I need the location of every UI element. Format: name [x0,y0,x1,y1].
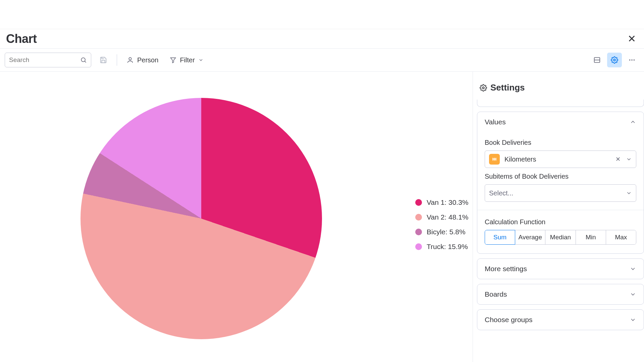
pie-chart [80,98,322,339]
values-head[interactable]: Values [477,112,644,132]
legend-label: Van 1: 30.3% [427,198,469,206]
calc-option-average[interactable]: Average [515,230,545,245]
legend-item[interactable]: Van 2: 48.1% [415,213,469,221]
svg-point-9 [634,59,635,61]
chevron-down-icon [198,57,204,63]
chevron-down-icon [630,265,636,272]
chevron-down-icon [630,316,636,323]
svg-point-8 [631,59,633,61]
legend-label: Bicyle: 5.8% [427,228,466,236]
more-button[interactable] [625,53,639,67]
calc-option-sum[interactable]: Sum [485,230,515,245]
chevron-up-icon [630,119,636,125]
settings-panel: Settings Values Book Deliveries Kilomete… [473,72,644,362]
svg-point-10 [482,87,484,89]
subitems-select[interactable]: Select... [485,184,636,202]
legend-swatch [415,229,422,235]
svg-point-0 [81,58,85,62]
clear-column-icon[interactable]: ✕ [615,156,621,163]
person-filter[interactable]: Person [123,54,162,66]
content: Van 1: 30.3%Van 2: 48.1%Bicyle: 5.8%Truc… [0,72,644,362]
filter-button[interactable]: Filter [166,54,207,66]
save-button[interactable] [96,53,111,67]
search-input[interactable] [9,56,73,64]
chevron-down-icon [626,190,632,196]
page-title: Chart [6,32,37,46]
svg-point-7 [629,59,631,61]
prev-section-peek [477,100,644,107]
page-header: Chart ✕ [0,29,644,48]
filter-label: Filter [180,56,195,64]
person-label: Person [137,56,158,64]
calc-option-max[interactable]: Max [606,230,636,245]
close-icon[interactable]: ✕ [626,33,638,45]
boards-title: Boards [485,290,507,298]
legend: Van 1: 30.3%Van 2: 48.1%Bicyle: 5.8%Truc… [415,198,469,251]
choose-groups-title: Choose groups [485,316,532,324]
calc-option-median[interactable]: Median [545,230,576,245]
settings-button[interactable] [607,53,622,67]
legend-item[interactable]: Bicyle: 5.8% [415,228,469,236]
legend-swatch [415,199,422,206]
column-select[interactable]: Kilometers ✕ [485,150,636,168]
choose-groups-section[interactable]: Choose groups [477,309,644,330]
values-body: Book Deliveries Kilometers ✕ Subitems of… [477,132,644,253]
legend-label: Truck: 15.9% [427,243,468,251]
dots-icon [628,56,636,64]
more-settings-section[interactable]: More settings [477,258,644,279]
save-icon [100,56,107,64]
svg-line-1 [85,61,86,63]
svg-marker-3 [171,58,176,63]
search-icon [80,57,87,63]
toolbar-right [590,53,639,67]
settings-title: Settings [490,82,525,93]
legend-item[interactable]: Truck: 15.9% [415,243,469,251]
calc-label: Calculation Function [485,218,636,226]
split-icon [593,56,601,64]
calc-option-min[interactable]: Min [576,230,606,245]
divider [477,210,644,210]
boards-section[interactable]: Boards [477,284,644,305]
divider [117,54,117,66]
chevron-down-icon[interactable] [626,156,632,162]
calc-segmented: SumAverageMedianMinMax [485,230,636,245]
svg-point-2 [129,58,131,60]
subitems-placeholder: Select... [489,189,513,197]
group-a-label: Book Deliveries [485,139,636,146]
numbers-column-icon [489,154,500,165]
toolbar-left: Person Filter [5,53,207,67]
chevron-down-icon [630,291,636,298]
toolbar: Person Filter [0,48,644,72]
settings-title-row: Settings [477,78,644,95]
legend-label: Van 2: 48.1% [427,213,469,221]
legend-swatch [415,243,422,250]
column-selected-label: Kilometers [504,156,536,163]
legend-swatch [415,214,422,221]
person-icon [126,56,134,64]
gear-icon [480,84,487,92]
gear-icon [611,56,618,64]
svg-point-6 [613,59,615,61]
filter-icon [170,57,176,63]
pie-chart-wrap [80,98,322,339]
values-section: Values Book Deliveries Kilometers ✕ [477,112,644,254]
split-view-button[interactable] [590,53,604,67]
search-input-wrap[interactable] [5,53,91,67]
group-b-label: Subitems of Book Deliveries [485,173,636,180]
more-settings-title: More settings [485,265,527,273]
blank-top [0,0,644,29]
chart-area: Van 1: 30.3%Van 2: 48.1%Bicyle: 5.8%Truc… [0,72,473,362]
values-title: Values [485,118,506,126]
legend-item[interactable]: Van 1: 30.3% [415,198,469,206]
